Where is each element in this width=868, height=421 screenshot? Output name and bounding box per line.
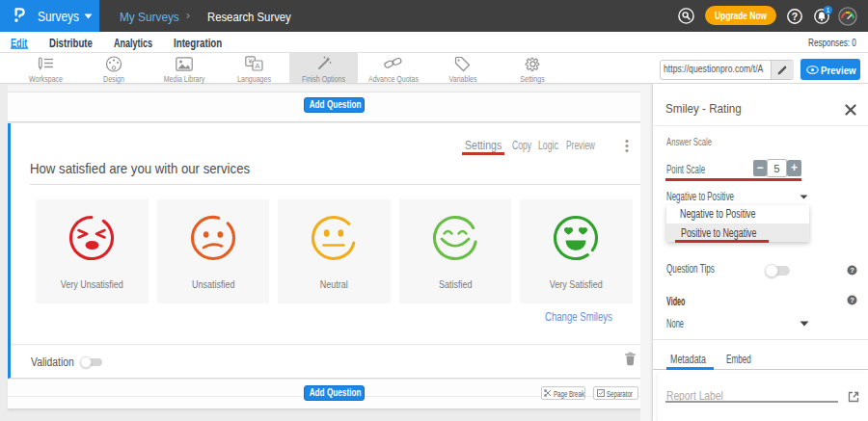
svg-text:¥: ¥ bbox=[249, 58, 253, 65]
svg-text:?: ? bbox=[792, 11, 798, 22]
svg-text:?: ? bbox=[850, 296, 854, 304]
svg-text:A: A bbox=[255, 62, 260, 70]
svg-text:?: ? bbox=[850, 266, 854, 275]
